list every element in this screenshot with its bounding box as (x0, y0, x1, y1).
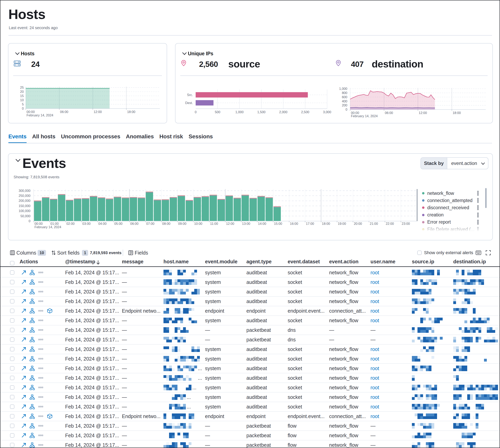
expand-event-icon[interactable] (21, 297, 26, 306)
row-checkbox[interactable] (10, 373, 14, 383)
analyze-event-icon[interactable] (30, 402, 35, 411)
legend-item[interactable]: creation (420, 211, 484, 219)
row-checkbox[interactable] (10, 383, 14, 392)
more-actions-icon[interactable] (38, 325, 43, 335)
legend-options-icon[interactable] (477, 205, 479, 210)
more-actions-icon[interactable] (38, 373, 43, 383)
analyze-event-icon[interactable] (30, 306, 35, 315)
more-actions-icon[interactable] (38, 277, 43, 287)
row-checkbox[interactable] (10, 268, 14, 277)
keyboard-shortcuts-icon[interactable] (476, 248, 481, 257)
expand-event-icon[interactable] (21, 402, 26, 411)
analyze-event-icon[interactable] (30, 268, 35, 277)
row-checkbox[interactable] (10, 412, 14, 421)
expand-event-icon[interactable] (21, 277, 26, 287)
tab-all-hosts[interactable]: All hosts (32, 133, 55, 143)
fields-button[interactable]: Fields (135, 248, 148, 257)
column-header-Actions[interactable]: Actions (19, 259, 38, 265)
analyze-event-icon[interactable] (30, 440, 35, 448)
row-checkbox[interactable] (10, 287, 14, 296)
columns-icon[interactable] (10, 248, 15, 257)
user-name-cell[interactable]: root (371, 268, 379, 277)
fields-icon[interactable] (128, 248, 133, 257)
expand-event-icon[interactable] (21, 412, 26, 421)
user-name-cell[interactable]: root (371, 393, 379, 402)
row-checkbox[interactable] (10, 325, 14, 335)
expand-event-icon[interactable] (21, 325, 26, 335)
more-actions-icon[interactable] (38, 345, 43, 354)
more-actions-icon[interactable] (38, 297, 43, 306)
user-name-cell[interactable]: root (371, 345, 379, 354)
column-header-eventaction[interactable]: event.action (329, 259, 359, 265)
expand-event-icon[interactable] (21, 364, 26, 373)
analyze-event-icon[interactable] (30, 373, 35, 383)
column-header-eventmodule[interactable]: event.module (205, 259, 237, 265)
column-header-destinationip[interactable]: destination.ip (453, 259, 486, 265)
column-header-username[interactable]: user.name (371, 259, 396, 265)
analyze-event-icon[interactable] (30, 421, 35, 431)
tab-anomalies[interactable]: Anomalies (126, 133, 154, 143)
expand-event-icon[interactable] (21, 354, 26, 363)
row-checkbox[interactable] (10, 345, 14, 354)
analyze-event-icon[interactable] (30, 364, 35, 373)
more-actions-icon[interactable] (38, 393, 43, 402)
row-checkbox[interactable] (10, 431, 14, 440)
more-actions-icon[interactable] (38, 440, 43, 448)
more-actions-icon[interactable] (38, 287, 43, 296)
collapse-chevron-icon[interactable] (16, 159, 20, 162)
legend-options-icon[interactable] (477, 191, 479, 196)
analyze-event-icon[interactable] (30, 297, 35, 306)
fullscreen-icon[interactable] (486, 248, 491, 257)
expand-event-icon[interactable] (21, 306, 26, 315)
legend-item[interactable]: connection_attempted (420, 197, 484, 204)
user-name-cell[interactable]: root (371, 373, 379, 383)
legend-options-icon[interactable] (477, 213, 479, 217)
more-actions-icon[interactable] (38, 335, 43, 344)
row-checkbox[interactable] (10, 393, 14, 402)
analyze-event-icon[interactable] (30, 393, 35, 402)
sort-icon[interactable] (52, 248, 55, 257)
more-actions-icon[interactable] (38, 431, 43, 440)
row-checkbox[interactable] (10, 364, 14, 373)
more-actions-icon[interactable] (38, 316, 43, 325)
row-checkbox[interactable] (10, 354, 14, 363)
tab-host-risk[interactable]: Host risk (159, 133, 183, 143)
expand-event-icon[interactable] (21, 345, 26, 354)
column-header-agenttype[interactable]: agent.type (246, 259, 272, 265)
legend-item[interactable]: network_flow (420, 190, 484, 197)
row-checkbox[interactable] (10, 316, 14, 325)
more-actions-icon[interactable] (38, 364, 43, 373)
expand-event-icon[interactable] (21, 431, 26, 440)
tab-sessions[interactable]: Sessions (189, 133, 213, 143)
user-name-cell[interactable]: root (371, 306, 379, 315)
user-name-cell[interactable]: root (371, 364, 379, 373)
more-actions-icon[interactable] (38, 412, 43, 421)
user-name-cell[interactable]: root (371, 297, 379, 306)
analyze-event-icon[interactable] (30, 431, 35, 440)
analyze-event-icon[interactable] (30, 383, 35, 392)
expand-event-icon[interactable] (21, 268, 26, 277)
stack-by-select[interactable]: event.action (447, 158, 488, 169)
analyze-event-icon[interactable] (30, 354, 35, 363)
expand-event-icon[interactable] (21, 287, 26, 296)
row-checkbox[interactable] (10, 421, 14, 431)
collapse-chevron-icon[interactable] (15, 52, 19, 55)
expand-event-icon[interactable] (21, 335, 26, 344)
analyze-event-icon[interactable] (30, 287, 35, 296)
row-checkbox[interactable] (10, 306, 14, 315)
more-actions-icon[interactable] (38, 421, 43, 431)
collapse-chevron-icon[interactable] (182, 52, 187, 55)
analyze-event-icon[interactable] (30, 335, 35, 344)
analyze-event-icon[interactable] (30, 277, 35, 287)
analyze-event-icon[interactable] (30, 345, 35, 354)
analyze-event-icon[interactable] (30, 316, 35, 325)
user-name-cell[interactable]: root (371, 277, 379, 287)
column-header-sourceip[interactable]: source.ip (412, 259, 434, 265)
expand-event-icon[interactable] (21, 421, 26, 431)
show-only-external-alerts-checkbox[interactable] (417, 251, 422, 255)
tab-events[interactable]: Events (8, 133, 27, 143)
user-name-cell[interactable]: root (371, 354, 379, 363)
expand-event-icon[interactable] (21, 316, 26, 325)
more-actions-icon[interactable] (38, 268, 43, 277)
analyze-event-icon[interactable] (30, 325, 35, 335)
